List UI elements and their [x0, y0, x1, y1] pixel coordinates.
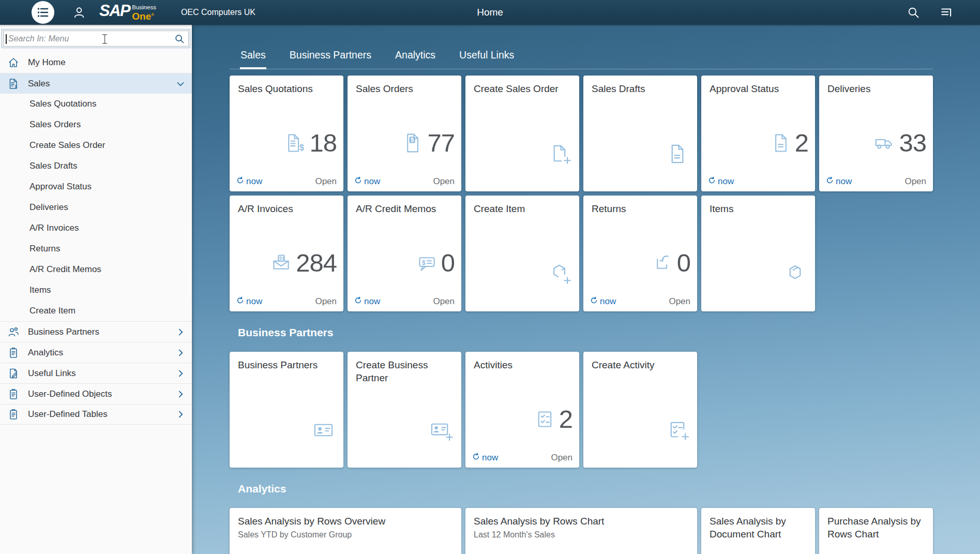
tile-returns[interactable]: Returns0nowOpen	[583, 196, 697, 311]
sidebar-item-user-defined-objects[interactable]: User-Defined Objects	[0, 383, 192, 404]
sidebar-search-input[interactable]	[3, 31, 189, 47]
sidebar-subitem-approval-status[interactable]: Approval Status	[0, 176, 192, 197]
tile-approval-status[interactable]: Approval Status2now	[701, 76, 815, 191]
chevron-right-icon	[175, 409, 186, 420]
sidebar-subitem-sales-orders[interactable]: Sales Orders	[0, 114, 192, 135]
refresh-link[interactable]: now	[590, 296, 616, 307]
sidebar-subitem-sales-drafts[interactable]: Sales Drafts	[0, 156, 192, 176]
open-link[interactable]: Open	[315, 176, 337, 187]
sidebar-item-business-partners[interactable]: Business Partners	[0, 321, 192, 342]
search-icon[interactable]	[174, 33, 185, 47]
tab-business-partners[interactable]: Business Partners	[289, 45, 372, 69]
user-profile-icon[interactable]	[72, 6, 86, 19]
refresh-label: now	[364, 296, 380, 307]
tile-deliveries[interactable]: Deliveries33nowOpen	[819, 76, 933, 191]
open-link[interactable]: Open	[904, 176, 926, 187]
sidebar-subitem-a-r-credit-memos[interactable]: A/R Credit Memos	[0, 259, 192, 280]
sidebar-subitem-a-r-invoices[interactable]: A/R Invoices	[0, 218, 192, 238]
tile-a-r-credit-memos[interactable]: A/R Credit Memos$0nowOpen	[348, 196, 461, 311]
sidebar-item-my-home[interactable]: My Home	[0, 52, 192, 73]
refresh-icon	[354, 296, 362, 307]
sidebar-subitem-sales-quotations[interactable]: Sales Quotations	[0, 94, 192, 114]
tile-row: Sales Quotations$18nowOpenSales Orders$7…	[230, 76, 933, 311]
tile-sales-orders[interactable]: Sales Orders$77nowOpen	[348, 76, 461, 191]
tab-analytics[interactable]: Analytics	[395, 45, 436, 69]
open-link[interactable]: Open	[433, 296, 455, 307]
tile-activities[interactable]: Activities2nowOpen	[465, 352, 579, 468]
tile-title: Deliveries	[827, 82, 925, 95]
tile-items[interactable]: Items	[701, 196, 815, 311]
refresh-link[interactable]: now	[472, 453, 498, 463]
sidebar-item-useful-links[interactable]: Useful Links	[0, 363, 192, 383]
sidebar-subitem-returns[interactable]: Returns	[0, 238, 192, 259]
refresh-link[interactable]: now	[236, 176, 262, 187]
menu-toggle-button[interactable]	[31, 1, 55, 24]
list-panel-icon[interactable]	[940, 6, 953, 19]
sales-quotations-icon: $	[283, 131, 307, 155]
svg-text:$: $	[422, 259, 426, 266]
tile-footer: nowOpen	[354, 296, 455, 307]
svg-text:$: $	[299, 143, 304, 152]
logo-one-text: One®	[132, 10, 156, 21]
sidebar-search	[2, 29, 190, 48]
refresh-icon	[354, 176, 362, 187]
tile-title: Create Item	[474, 202, 571, 215]
refresh-link[interactable]: now	[708, 176, 734, 187]
tile-title: Create Sales Order	[474, 82, 571, 95]
tile-sales-quotations[interactable]: Sales Quotations$18nowOpen	[230, 76, 343, 191]
open-link[interactable]: Open	[315, 296, 337, 307]
logo-sap-text: SAP	[99, 3, 130, 19]
chevron-right-icon	[175, 348, 186, 358]
svg-text:$: $	[280, 256, 282, 261]
refresh-link[interactable]: now	[354, 296, 380, 307]
tile-business-partners[interactable]: Business Partners	[230, 352, 343, 468]
section-heading-business-partners: Business Partners	[230, 326, 933, 339]
tab-sales[interactable]: Sales	[240, 45, 266, 69]
tile-footer: nowOpen	[236, 176, 337, 187]
refresh-link[interactable]: now	[354, 176, 380, 187]
tile-sales-analysis-by-rows-overview[interactable]: Sales Analysis by Rows OverviewSales YTD…	[230, 508, 461, 554]
business-partners-icon	[7, 326, 20, 338]
sidebar-item-sales[interactable]: $Sales	[0, 73, 192, 94]
sidebar-item-label: Business Partners	[28, 327, 175, 337]
clipboard-icon	[7, 347, 20, 359]
open-link[interactable]: Open	[551, 453, 572, 463]
open-link[interactable]: Open	[669, 296, 690, 307]
tile-kpi: 2	[769, 130, 808, 156]
tile-footer: nowOpen	[236, 296, 337, 307]
sidebar-subitem-deliveries[interactable]: Deliveries	[0, 197, 192, 218]
tile-sales-drafts[interactable]: Sales Drafts	[583, 76, 697, 191]
sales-document-icon: $	[7, 78, 20, 90]
refresh-icon	[708, 176, 716, 187]
tile-create-activity[interactable]: Create Activity	[583, 352, 697, 468]
tile-subtitle: Last 12 Month's Sales	[474, 530, 689, 540]
tile-create-sales-order[interactable]: Create Sales Order	[465, 76, 579, 191]
search-icon[interactable]	[907, 6, 920, 19]
sidebar-item-user-defined-tables[interactable]: User-Defined Tables	[0, 404, 192, 425]
tile-purchase-analysis-by-rows-chart[interactable]: Purchase Analysis by Rows Chart	[819, 508, 933, 554]
refresh-link[interactable]: now	[826, 176, 852, 187]
tile-title: Sales Quotations	[238, 82, 335, 95]
truck-icon	[873, 131, 896, 155]
sidebar-subitem-create-item[interactable]: Create Item	[0, 301, 192, 321]
sidebar-item-analytics[interactable]: Analytics	[0, 342, 192, 363]
sidebar-item-label: User-Defined Tables	[28, 409, 175, 420]
sidebar-subitem-create-sales-order[interactable]: Create Sales Order	[0, 135, 192, 156]
tile-footer: nowOpen	[354, 176, 455, 187]
tile-a-r-invoices[interactable]: A/R Invoices$284nowOpen	[230, 196, 343, 311]
tile-sales-analysis-by-rows-chart[interactable]: Sales Analysis by Rows ChartLast 12 Mont…	[465, 508, 697, 554]
tile-sales-analysis-by-document-chart[interactable]: Sales Analysis by Document Chart	[701, 508, 815, 554]
open-link[interactable]: Open	[433, 176, 455, 187]
tile-create-item[interactable]: Create Item	[465, 196, 579, 311]
sidebar-item-label: Sales	[28, 79, 175, 89]
tile-footer: nowOpen	[826, 176, 926, 187]
sidebar-subitem-items[interactable]: Items	[0, 280, 192, 301]
svg-text:$: $	[15, 84, 18, 88]
sales-orders-icon: $	[401, 131, 425, 155]
refresh-link[interactable]: now	[236, 296, 262, 307]
tile-create-business-partner[interactable]: Create Business Partner	[348, 352, 461, 468]
refresh-icon	[236, 296, 244, 307]
tab-useful-links[interactable]: Useful Links	[459, 45, 515, 69]
tile-footer: now	[708, 176, 808, 187]
sidebar-item-label: My Home	[28, 57, 186, 68]
